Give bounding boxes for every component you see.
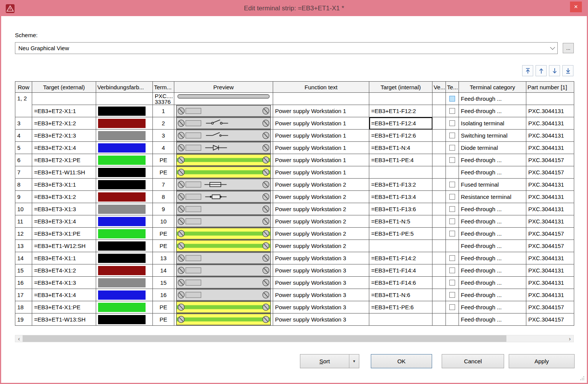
row-number-cell[interactable]: 7 xyxy=(15,166,32,179)
part-number-cell[interactable]: PXC.3044157 xyxy=(526,301,574,313)
function-text-cell[interactable]: Power supply Workstation 2 xyxy=(273,240,369,252)
target-internal-cell[interactable]: =EB3+ET1-F13:4 xyxy=(369,191,432,203)
table-row[interactable]: 18 =EB3+ET4-X1:PE PE Power supply Workst… xyxy=(15,301,574,313)
target-external-cell[interactable]: =EB3+ET3-X1:3 xyxy=(32,203,96,215)
te-checkbox[interactable] xyxy=(449,292,455,298)
terminal-category-cell[interactable]: Switching terminal xyxy=(459,130,526,142)
connection-color-cell[interactable] xyxy=(96,240,153,252)
part-number-cell[interactable]: PXC.3044131 xyxy=(526,191,574,203)
col-header-terminal-category[interactable]: Terminal category xyxy=(459,82,526,93)
col-header-function-text[interactable]: Function text xyxy=(273,82,369,93)
ve-cell[interactable] xyxy=(432,277,446,289)
row-number-cell[interactable]: 3 xyxy=(15,117,32,130)
connection-color-cell[interactable] xyxy=(96,215,153,228)
row-number-cell[interactable]: 4 xyxy=(15,130,32,142)
terminal-number-cell[interactable]: 9 xyxy=(153,203,174,215)
te-checkbox[interactable] xyxy=(449,120,455,126)
connection-color-cell[interactable] xyxy=(96,117,153,130)
terminal-number-cell[interactable]: 4 xyxy=(153,142,174,154)
scrollbar-thumb[interactable] xyxy=(23,335,506,342)
target-external-cell[interactable]: =EB3+ET4-X1:4 xyxy=(32,289,96,301)
table-row[interactable]: 8 =EB3+ET3-X1:1 7 Power supply Workstati… xyxy=(15,179,574,191)
col-header-part-number[interactable]: Part number [1] xyxy=(526,82,574,93)
te-checkbox-cell[interactable] xyxy=(446,117,459,130)
terminal-number-cell[interactable]: 7 xyxy=(153,179,174,191)
part-number-cell[interactable]: PXC.3044131 xyxy=(526,203,574,215)
scroll-left-button[interactable]: ‹ xyxy=(15,335,23,342)
row-number-cell[interactable]: 6 xyxy=(15,154,32,166)
connection-color-cell[interactable] xyxy=(96,252,153,264)
row-number-cell[interactable]: 15 xyxy=(15,264,32,277)
part-number-cell[interactable]: PXC.3044157 xyxy=(526,240,574,252)
part-number-cell[interactable]: PXC.3044131 xyxy=(526,252,574,264)
function-text-cell[interactable]: Power supply Workstation 2 xyxy=(273,228,369,240)
connection-color-cell[interactable] xyxy=(96,130,153,142)
terminal-category-cell[interactable]: Feed-through ... xyxy=(459,93,526,105)
terminal-number-cell[interactable]: 8 xyxy=(153,191,174,203)
te-checkbox-cell[interactable] xyxy=(446,240,459,252)
ve-cell[interactable] xyxy=(432,203,446,215)
row-number-cell[interactable]: 17 xyxy=(15,289,32,301)
ve-cell[interactable] xyxy=(432,166,446,179)
table-row[interactable]: 10 =EB3+ET3-X1:3 9 Power supply Workstat… xyxy=(15,203,574,215)
connection-color-cell[interactable] xyxy=(96,301,153,313)
connection-color-cell[interactable] xyxy=(96,179,153,191)
part-number-cell[interactable]: PXC.3044157 xyxy=(526,313,574,326)
te-checkbox-cell[interactable] xyxy=(446,166,459,179)
move-to-last-button[interactable] xyxy=(562,65,573,76)
te-checkbox-cell[interactable] xyxy=(446,289,459,301)
target-internal-cell[interactable]: =EB3+ET1-F13:6 xyxy=(369,203,432,215)
te-checkbox-cell[interactable] xyxy=(446,179,459,191)
target-internal-cell[interactable]: =EB3+ET1-PE:6 xyxy=(369,301,432,313)
col-header-terminal[interactable]: Term... xyxy=(153,82,174,93)
table-row[interactable]: =EB3+ET2-X1:1 1 Power supply Workstation… xyxy=(15,105,574,117)
row-number-cell[interactable]: 16 xyxy=(15,277,32,289)
terminal-category-cell[interactable]: Fused terminal xyxy=(459,179,526,191)
te-checkbox-cell[interactable] xyxy=(446,252,459,264)
table-row[interactable]: 13 =EB3+ET1-W12:SH PE Power supply Works… xyxy=(15,240,574,252)
resize-grip[interactable] xyxy=(579,375,585,381)
ve-cell[interactable] xyxy=(432,191,446,203)
ve-cell[interactable] xyxy=(432,252,446,264)
te-checkbox-cell[interactable] xyxy=(446,313,459,326)
cancel-button[interactable]: Cancel xyxy=(442,354,504,368)
terminal-number-cell[interactable]: PE xyxy=(153,240,174,252)
target-internal-cell[interactable] xyxy=(369,166,432,179)
part-number-cell[interactable]: PXC.3044131 xyxy=(526,277,574,289)
col-header-preview[interactable]: Preview xyxy=(174,82,273,93)
function-text-cell[interactable]: Power supply Workstation 1 xyxy=(273,142,369,154)
target-external-cell[interactable]: =EB3+ET3-X1:4 xyxy=(32,215,96,228)
ve-cell[interactable] xyxy=(432,301,446,313)
col-header-connection-color[interactable]: Verbindungsfarb... xyxy=(96,82,153,93)
connection-color-cell[interactable] xyxy=(96,313,153,326)
part-number-cell[interactable]: PXC.3044131 xyxy=(526,130,574,142)
te-checkbox-cell[interactable] xyxy=(446,105,459,117)
col-header-te[interactable]: Te... xyxy=(446,82,459,93)
move-to-first-button[interactable] xyxy=(522,65,533,76)
horizontal-scrollbar[interactable]: ‹ › xyxy=(15,335,574,342)
target-external-cell[interactable] xyxy=(32,93,96,105)
ve-cell[interactable] xyxy=(432,215,446,228)
connection-color-cell[interactable] xyxy=(96,289,153,301)
target-internal-cell[interactable] xyxy=(369,93,432,105)
te-checkbox[interactable] xyxy=(449,218,455,224)
terminal-category-cell[interactable]: Feed-through ... xyxy=(459,240,526,252)
scrollbar-track[interactable] xyxy=(23,335,566,342)
te-checkbox[interactable] xyxy=(449,133,455,138)
target-external-cell[interactable]: =EB3+ET3-X1:PE xyxy=(32,228,96,240)
terminal-number-cell[interactable]: 2 xyxy=(153,117,174,130)
target-internal-cell[interactable]: =EB3+ET1-F14:4 xyxy=(369,264,432,277)
ve-cell[interactable] xyxy=(432,105,446,117)
function-text-cell[interactable]: Power supply Workstation 2 xyxy=(273,191,369,203)
col-header-target-internal[interactable]: Target (internal) xyxy=(369,82,432,93)
terminal-category-cell[interactable]: Feed-through ... xyxy=(459,264,526,277)
target-external-cell[interactable]: =EB3+ET4-X1:3 xyxy=(32,277,96,289)
function-text-cell[interactable]: Power supply Workstation 3 xyxy=(273,264,369,277)
connection-color-cell[interactable] xyxy=(96,154,153,166)
function-text-cell[interactable]: Power supply Workstation 3 xyxy=(273,301,369,313)
col-header-ve[interactable]: Ve... xyxy=(432,82,446,93)
te-checkbox[interactable] xyxy=(449,255,455,261)
te-checkbox-cell[interactable] xyxy=(446,191,459,203)
target-internal-cell[interactable]: =EB3+ET1-F14:6 xyxy=(369,277,432,289)
te-checkbox[interactable] xyxy=(449,182,455,187)
